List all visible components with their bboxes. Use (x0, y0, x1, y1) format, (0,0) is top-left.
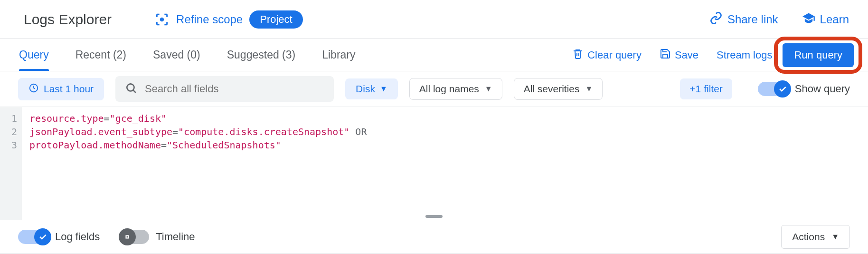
learn-button[interactable]: Learn (802, 11, 849, 28)
learn-label: Learn (820, 13, 849, 26)
log-fields-toggle-wrap: Log fields (18, 230, 100, 244)
log-names-dropdown[interactable]: All log names ▼ (409, 78, 502, 100)
log-names-label: All log names (419, 83, 479, 95)
resource-chip[interactable]: Disk ▼ (345, 78, 398, 99)
query-editor[interactable]: 1 2 3 resource.type="gce_disk" jsonPaylo… (0, 107, 868, 220)
severities-dropdown[interactable]: All severities ▼ (514, 78, 603, 100)
caret-down-icon: ▼ (485, 85, 492, 93)
scope-pill[interactable]: Project (249, 10, 302, 29)
caret-down-icon: ▼ (585, 85, 593, 93)
code-line-3: protoPayload.methodName="ScheduledSnapsh… (29, 138, 863, 152)
filter-bar: Last 1 hour Disk ▼ All log names ▼ All s… (0, 71, 868, 107)
tab-query[interactable]: Query (19, 39, 49, 71)
toggle-knob-on (34, 228, 51, 245)
trash-icon (572, 48, 584, 62)
clock-icon (28, 83, 39, 96)
caret-down-icon: ▼ (380, 85, 387, 93)
time-range-chip[interactable]: Last 1 hour (18, 78, 104, 100)
header: Logs Explorer Refine scope Project Share… (0, 0, 868, 39)
scope-target-icon (154, 12, 170, 27)
tab-recent[interactable]: Recent (2) (75, 39, 126, 71)
code-line-1: resource.type="gce_disk" (29, 112, 863, 125)
refine-scope-button[interactable]: Refine scope (176, 13, 243, 26)
save-label: Save (675, 49, 698, 61)
toggle-knob-off (119, 228, 136, 245)
resize-handle[interactable] (425, 215, 443, 218)
code-line-2: jsonPayload.event_subtype="compute.disks… (29, 125, 863, 138)
line-number: 3 (0, 138, 17, 152)
time-range-label: Last 1 hour (44, 83, 94, 95)
plus-filter-chip[interactable]: +1 filter (680, 78, 732, 99)
results-toolbar: Log fields Timeline Actions ▼ (0, 220, 868, 254)
severities-label: All severities (524, 83, 580, 95)
link-icon (709, 11, 723, 28)
editor-gutter: 1 2 3 (0, 107, 22, 220)
timeline-toggle-wrap: Timeline (119, 230, 195, 244)
run-query-highlight: Run query (783, 43, 854, 67)
show-query-toggle-wrap: Show query (758, 82, 850, 96)
stream-logs-button[interactable]: Stream logs (717, 49, 772, 61)
save-icon (660, 48, 671, 62)
page-title: Logs Explorer (24, 11, 112, 28)
run-query-button[interactable]: Run query (783, 43, 854, 67)
caret-down-icon: ▼ (831, 233, 839, 241)
timeline-toggle[interactable] (119, 230, 149, 244)
stream-logs-label: Stream logs (717, 49, 772, 61)
log-fields-toggle[interactable] (18, 230, 48, 244)
line-number: 1 (0, 112, 17, 125)
search-fields-box[interactable] (115, 76, 334, 102)
timeline-label: Timeline (156, 231, 195, 243)
line-number: 2 (0, 125, 17, 138)
svg-point-2 (127, 84, 134, 91)
show-query-toggle[interactable] (758, 82, 788, 96)
search-icon (125, 82, 137, 96)
actions-label: Actions (792, 231, 825, 243)
svg-point-0 (160, 17, 164, 21)
actions-dropdown[interactable]: Actions ▼ (781, 225, 850, 249)
toggle-knob-on (774, 80, 791, 98)
save-button[interactable]: Save (660, 48, 698, 62)
search-input[interactable] (145, 83, 324, 95)
graduation-icon (802, 11, 815, 28)
share-link-label: Share link (727, 13, 778, 26)
clear-query-button[interactable]: Clear query (572, 48, 642, 62)
show-query-label: Show query (795, 83, 850, 95)
query-tabs-row: Query Recent (2) Saved (0) Suggested (3)… (0, 39, 868, 71)
log-fields-label: Log fields (55, 231, 100, 243)
share-link-button[interactable]: Share link (709, 11, 778, 28)
tab-library[interactable]: Library (322, 39, 355, 71)
tab-saved[interactable]: Saved (0) (153, 39, 200, 71)
tab-suggested[interactable]: Suggested (3) (227, 39, 295, 71)
svg-rect-3 (126, 236, 129, 238)
editor-code[interactable]: resource.type="gce_disk" jsonPayload.eve… (22, 107, 868, 220)
refine-scope-area: Refine scope Project (154, 10, 303, 29)
resource-chip-label: Disk (356, 83, 375, 95)
clear-query-label: Clear query (587, 49, 642, 61)
